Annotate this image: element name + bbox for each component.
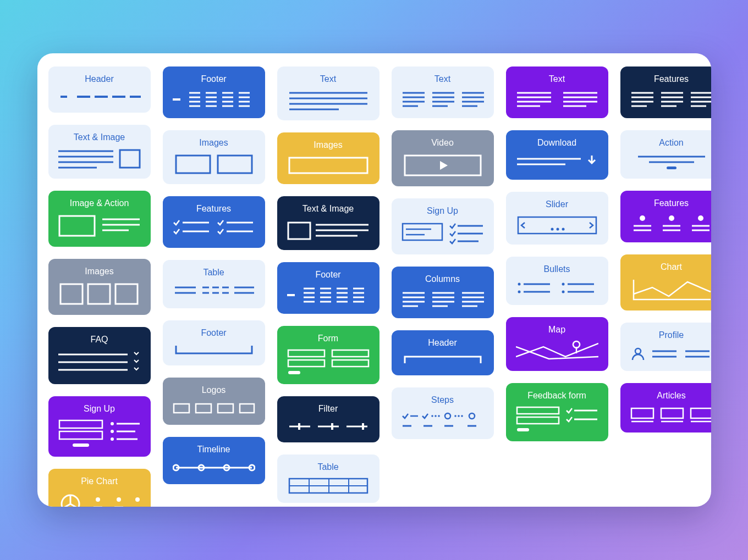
block-card-c3-form[interactable]: Form: [277, 326, 380, 384]
block-card-title: Profile: [659, 330, 684, 340]
svg-point-180: [518, 283, 520, 286]
block-card-c6-features2[interactable]: Features: [620, 191, 711, 242]
block-card-c1-signup[interactable]: Sign Up: [48, 396, 151, 457]
block-card-c2-table[interactable]: Table: [163, 260, 265, 308]
block-card-c1-header[interactable]: Header: [48, 66, 151, 113]
block-card-c6-features[interactable]: Features: [620, 66, 711, 118]
features-bars-icon: [630, 90, 711, 109]
block-card-c2-timeline[interactable]: Timeline: [163, 437, 265, 484]
block-card-c1-image-action[interactable]: Image & Action: [48, 191, 151, 247]
block-card-c1-text-image[interactable]: Text & Image: [48, 125, 151, 179]
table-lines-icon: [173, 283, 255, 300]
block-card-title: Text: [320, 74, 336, 84]
block-card-title: Footer: [201, 328, 226, 338]
svg-point-177: [551, 228, 553, 231]
svg-point-215: [698, 215, 703, 221]
block-card-c4-signup[interactable]: Sign Up: [392, 198, 494, 254]
block-card-c3-textimage[interactable]: Text & Image: [277, 196, 380, 250]
block-card-c5-feedback[interactable]: Feedback form: [506, 383, 608, 441]
svg-line-32: [63, 504, 70, 507]
block-card-c3-footer[interactable]: Footer: [277, 262, 380, 314]
block-card-c4-steps[interactable]: Steps: [392, 387, 494, 439]
svg-point-179: [562, 228, 564, 231]
block-card-title: Footer: [315, 270, 340, 280]
svg-rect-189: [517, 407, 559, 414]
block-card-title: Features: [654, 74, 689, 84]
block-card-c6-action[interactable]: Action: [620, 130, 711, 179]
block-card-title: FAQ: [90, 335, 108, 345]
block-card-c2-images[interactable]: Images: [163, 130, 265, 184]
block-card-title: Download: [537, 138, 576, 148]
svg-rect-84: [289, 158, 367, 173]
svg-rect-135: [403, 224, 442, 240]
svg-point-23: [111, 422, 114, 425]
form-icon: [287, 349, 370, 375]
svg-point-154: [431, 415, 433, 417]
block-card-c3-filter[interactable]: Filter: [277, 396, 380, 442]
features-dots-icon: [630, 214, 711, 234]
block-card-c5-download[interactable]: Download: [506, 130, 608, 180]
svg-rect-110: [288, 371, 300, 374]
block-card-c1-piechart[interactable]: Pie Chart: [48, 469, 151, 507]
footer-cols-icon: [287, 285, 370, 305]
block-card-title: Filter: [318, 404, 338, 414]
block-card-title: Feedback form: [527, 391, 586, 401]
svg-point-212: [669, 215, 674, 221]
block-card-c1-images[interactable]: Images: [48, 259, 151, 315]
block-card-c5-slider[interactable]: Slider: [506, 192, 608, 245]
svg-rect-114: [331, 423, 333, 430]
header-bracket-icon: [402, 353, 484, 367]
svg-rect-191: [517, 428, 529, 431]
svg-point-160: [461, 415, 463, 417]
svg-point-188: [575, 347, 578, 349]
image-text-icon: [287, 219, 370, 241]
block-card-c6-articles[interactable]: Articles: [620, 383, 711, 433]
text-block-icon: [287, 90, 370, 112]
block-card-c4-columns[interactable]: Columns: [392, 267, 494, 318]
block-card-c5-text[interactable]: Text: [506, 66, 608, 118]
footer-cols-icon: [173, 90, 255, 109]
block-card-c5-map[interactable]: Map: [506, 317, 608, 371]
images-row2-icon: [173, 153, 255, 175]
block-card-title: Video: [431, 138, 454, 148]
column-5: Text DownloadSliderBullets MapFeedback f…: [506, 66, 608, 507]
block-card-title: Header: [428, 338, 457, 348]
signup-right-icon: [402, 221, 484, 246]
block-card-c2-features[interactable]: Features: [163, 196, 265, 248]
steps-icon: [402, 411, 484, 430]
block-card-title: Header: [85, 74, 113, 84]
articles-icon: [630, 406, 711, 424]
svg-rect-55: [176, 156, 210, 173]
block-card-c3-table[interactable]: Table: [277, 454, 380, 503]
svg-rect-116: [362, 423, 364, 430]
block-card-c2-logos[interactable]: Logos: [163, 378, 265, 425]
column-3: TextImagesText & ImageFooter FormFilterT…: [277, 66, 380, 507]
text-3col-icon: [402, 90, 484, 109]
svg-point-159: [458, 415, 460, 417]
feedback-icon: [516, 406, 598, 433]
filter-icon: [287, 419, 370, 434]
block-card-c5-bullets[interactable]: Bullets: [506, 257, 608, 305]
svg-rect-14: [61, 284, 82, 304]
block-card-c2-footer[interactable]: Footer: [163, 66, 265, 118]
svg-rect-56: [218, 156, 252, 173]
table-grid-icon: [287, 478, 370, 494]
text-image-icon: [58, 148, 141, 170]
block-card-title: Table: [203, 268, 224, 278]
block-card-title: Action: [659, 138, 683, 148]
svg-rect-106: [288, 350, 324, 357]
block-card-c2-footer2[interactable]: Footer: [163, 320, 265, 365]
block-card-c4-video[interactable]: Video: [392, 130, 494, 186]
svg-rect-16: [116, 284, 138, 304]
block-card-c3-images[interactable]: Images: [277, 132, 380, 184]
block-card-title: Logos: [202, 385, 226, 395]
block-card-c1-faq[interactable]: FAQ: [48, 327, 151, 384]
svg-rect-190: [517, 417, 559, 424]
block-card-c6-profile[interactable]: Profile: [620, 323, 711, 371]
svg-rect-85: [288, 223, 310, 239]
svg-rect-20: [59, 420, 102, 428]
block-card-c3-text[interactable]: Text: [277, 66, 380, 120]
block-card-c4-text[interactable]: Text: [392, 66, 494, 118]
block-card-c6-chart[interactable]: Chart: [620, 254, 711, 311]
block-card-c4-header[interactable]: Header: [392, 330, 494, 375]
